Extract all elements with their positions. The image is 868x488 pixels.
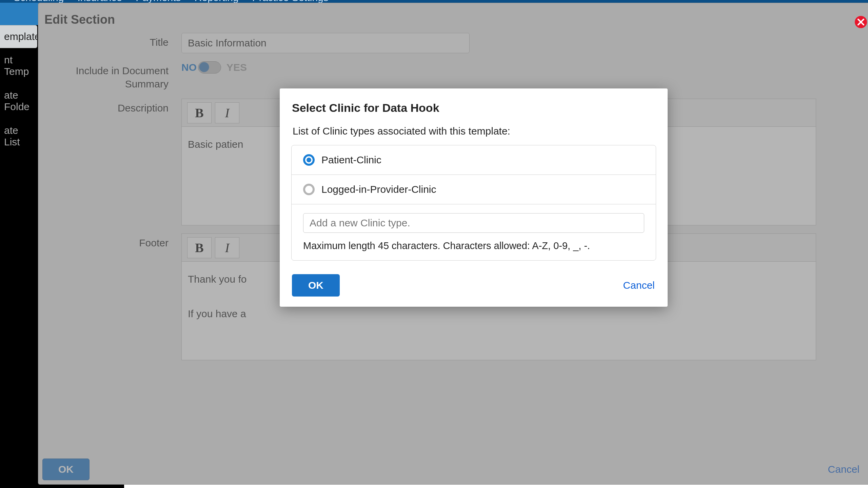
clinic-option-label: Patient-Clinic (321, 154, 381, 166)
inner-modal-subtitle: List of Clinic types associated with thi… (289, 119, 659, 145)
sidebar-tab-templates[interactable]: emplates (0, 25, 37, 48)
add-clinic-input[interactable] (303, 213, 644, 233)
clinic-option-provider[interactable]: Logged-in-Provider-Clinic (292, 175, 656, 204)
add-clinic-row (292, 204, 656, 236)
radio-unselected-icon (303, 184, 315, 195)
inner-modal-title: Select Clinic for Data Hook (289, 101, 659, 119)
left-menu: emplates nt Temp ate Folde ate List (0, 25, 37, 154)
inner-cancel-link[interactable]: Cancel (623, 280, 655, 291)
nav-item[interactable]: Scheduling (14, 0, 64, 3)
inner-ok-button[interactable]: OK (292, 274, 340, 297)
nav-item[interactable]: Practice Settings (252, 0, 329, 3)
radio-selected-icon (303, 154, 315, 166)
clinic-type-list: Patient-Clinic Logged-in-Provider-Clinic… (291, 145, 656, 261)
close-icon[interactable] (855, 16, 867, 28)
select-clinic-modal: Select Clinic for Data Hook List of Clin… (280, 88, 668, 307)
sidebar-item[interactable]: ate List (0, 119, 37, 154)
clinic-option-patient[interactable]: Patient-Clinic (292, 145, 656, 175)
inner-modal-actions: OK Cancel (289, 261, 659, 298)
nav-item[interactable]: Payments (136, 0, 181, 3)
nav-item[interactable]: Insurance (77, 0, 122, 3)
clinic-option-label: Logged-in-Provider-Clinic (321, 184, 436, 195)
nav-item[interactable]: Reporting (195, 0, 239, 3)
top-nav: Scheduling Insurance Payments Reporting … (0, 0, 868, 3)
sidebar-item[interactable]: ate Folde (0, 83, 37, 119)
add-clinic-hint: Maximum length 45 characters. Characters… (292, 236, 656, 260)
edit-section-dialog: Edit Section Title Include in Document S… (38, 3, 868, 485)
sidebar-item[interactable]: nt Temp (0, 48, 37, 83)
